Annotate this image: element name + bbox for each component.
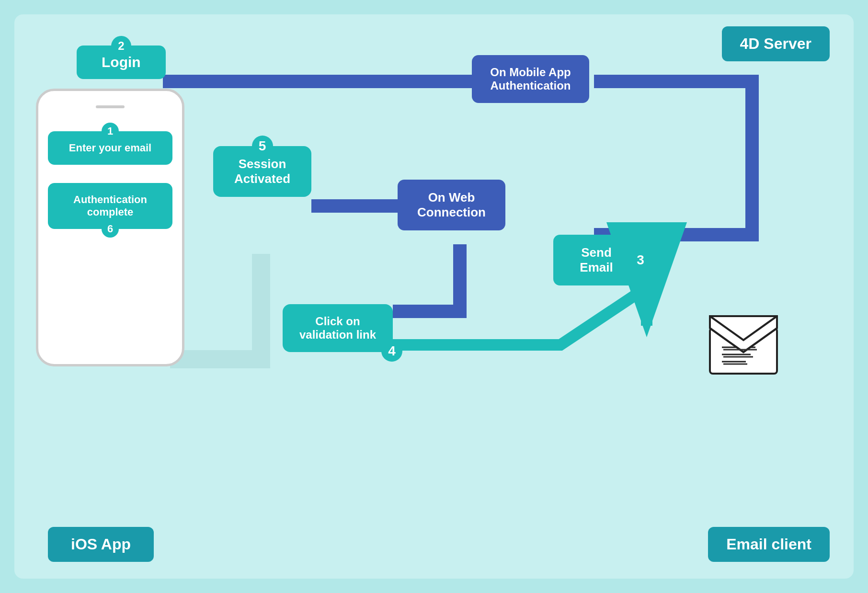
email-icon [705,311,782,380]
validation-number: 4 [381,341,402,362]
email-client-box: Email client [708,527,830,562]
validation-label: Click on validation link [299,315,376,341]
login-label: Login [102,54,141,70]
session-number: 5 [252,136,273,157]
send-email-box: 3 Send Email [553,235,640,285]
web-conn-label: On Web Connection [417,190,486,219]
ios-app-box: iOS App [48,527,154,562]
login-box: 2 Login [77,46,166,79]
step6-number: 6 [102,220,119,238]
send-email-label: Send Email [580,245,613,274]
phone-device: 1 Enter your email Authentication comple… [36,89,184,366]
session-box: 5 Session Activated [213,146,311,197]
step6-label: Authentication complete [73,194,147,218]
phone-notch [96,105,125,108]
mobile-auth-label: On Mobile App Authentication [490,66,571,92]
step6-button: Authentication complete 6 [48,183,172,229]
server-label: 4D Server [740,35,811,52]
step1-number: 1 [102,123,119,140]
validation-box: Click on validation link 4 [283,304,393,352]
web-conn-box: On Web Connection [398,180,505,230]
server-box: 4D Server [722,26,830,61]
step1-label: Enter your email [69,142,151,154]
login-number: 2 [111,36,131,56]
send-email-number: 3 [630,250,651,271]
email-client-label: Email client [726,536,811,553]
step1-button: 1 Enter your email [48,131,172,165]
session-label: Session Activated [234,157,290,186]
mobile-auth-box: On Mobile App Authentication [472,55,589,103]
ios-app-label: iOS App [71,536,131,553]
